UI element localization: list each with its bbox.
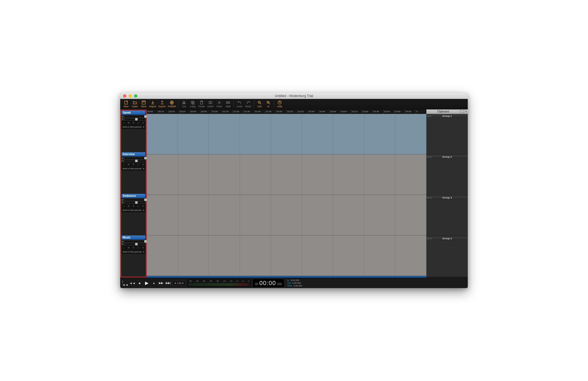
pan-icon: ⦿	[122, 202, 124, 203]
volume-slider[interactable]	[125, 116, 145, 117]
track-name[interactable]: Ambience	[122, 194, 145, 198]
time-ruler[interactable]: 00:0000:1000:2000:3000:4000:5001:0001:10…	[147, 109, 426, 114]
open-button[interactable]: Open	[131, 100, 139, 109]
ruler-mark: 01:50	[265, 109, 276, 114]
export-icon	[160, 100, 164, 105]
clipboard-panel: Clipboard ⛶ × Alt+1Group 1Alt+2Group 2Al…	[426, 109, 468, 278]
ruler-mark: 03:40	[383, 109, 394, 114]
pan-slider[interactable]	[125, 244, 145, 245]
chevron-down-icon: ▾	[143, 167, 144, 170]
svg-rect-1	[142, 101, 145, 104]
clipboard-group[interactable]: Alt+4Group 4	[426, 236, 468, 277]
input-selector[interactable]: Built-in Microphone▾	[122, 125, 145, 129]
volume-slider[interactable]	[125, 199, 145, 200]
track-menu-button[interactable]: ▾	[141, 163, 145, 166]
new-button[interactable]: New	[122, 100, 130, 109]
volume-icon: ◀	[122, 116, 124, 118]
track-lanes[interactable]	[147, 114, 426, 276]
go-to-end-button[interactable]: ▶▶|	[165, 280, 171, 286]
ruler-mark: 00:40	[190, 109, 201, 114]
track-name[interactable]: Speak	[122, 111, 145, 115]
track-lane[interactable]	[147, 114, 426, 154]
in-button[interactable]: In	[264, 100, 272, 109]
pan-slider[interactable]	[125, 119, 145, 120]
copy-button[interactable]: Copy	[189, 100, 197, 109]
go-to-start-button[interactable]: |◄◄	[122, 280, 128, 286]
track-menu-button[interactable]: ▾	[141, 121, 145, 125]
fx-button[interactable]: ↕↑↓	[136, 204, 140, 208]
pan-slider[interactable]	[125, 202, 145, 203]
fx-button[interactable]: ↕↑↓	[136, 163, 140, 166]
chevron-down-icon: ▾	[143, 126, 144, 128]
rewind-button[interactable]: ◄◄	[130, 280, 135, 286]
track-name[interactable]: Interview	[122, 152, 145, 156]
svg-rect-11	[226, 102, 228, 103]
ruler-mark: 02:20	[297, 109, 308, 114]
timeline-scrollbar[interactable]	[147, 276, 426, 278]
clipboard-close-icon[interactable]: ×	[464, 109, 468, 114]
track-menu-button[interactable]: ▾	[141, 246, 145, 249]
record-arm-button[interactable]: ●	[122, 121, 126, 125]
fx-button[interactable]: ↕↑↓	[136, 246, 140, 249]
clipboard-expand-icon[interactable]: ⛶	[460, 109, 464, 114]
transport-bar: |◄◄ ◄◄ ■ ▶ ● ▶▶ ▶▶| ● 1.5x ▾ -50-40-30-2…	[120, 278, 468, 288]
export-button[interactable]: Export	[158, 100, 167, 109]
volume-slider[interactable]	[125, 158, 145, 159]
titlebar[interactable]: Untitled - Hindenburg Trial	[120, 93, 468, 99]
help-button[interactable]: Help	[276, 100, 284, 109]
level-meter: -50-40-30-25-20-15-12-9-6-3	[187, 280, 251, 287]
clipboard-group[interactable]: Alt+1Group 1	[426, 114, 468, 155]
group-name: Group 3	[426, 196, 468, 199]
pan-slider[interactable]	[125, 160, 145, 162]
undo-button[interactable]: Undo	[235, 100, 244, 109]
redo-button[interactable]: Redo	[244, 100, 252, 109]
import-button[interactable]: Import	[148, 100, 157, 109]
fx-button[interactable]: ↕↑↓	[136, 121, 140, 125]
clipboard-group[interactable]: Alt+3Group 3	[426, 195, 468, 236]
solo-button[interactable]: S	[131, 163, 136, 166]
cut-button[interactable]: Cut	[180, 100, 188, 109]
mute-button[interactable]: M	[126, 204, 131, 208]
clear-button[interactable]: Clear	[215, 100, 223, 109]
mute-button[interactable]: M	[126, 121, 131, 125]
ruler-mark: 02:50	[330, 109, 340, 114]
solo-button[interactable]: S	[131, 121, 136, 125]
split-button[interactable]: Split	[224, 100, 232, 109]
volume-slider[interactable]	[125, 241, 145, 242]
track-header: Ambience◀⦿●MS↕↑↓▾Built-in Microphone▾	[121, 194, 146, 235]
time-info: In:0:00.000 Out:0:00.000 Time:0:00.000	[287, 279, 302, 287]
ruler-mark: 01:30	[244, 109, 254, 114]
insert-button[interactable]: Insert	[206, 100, 215, 109]
input-selector[interactable]: Built-in Microphone▾	[122, 167, 145, 170]
track-lane[interactable]	[147, 154, 426, 195]
chevron-down-icon: ▾	[143, 209, 144, 211]
out-button[interactable]: Out	[255, 100, 264, 109]
fast-forward-button[interactable]: ▶▶	[158, 280, 164, 286]
track-lane[interactable]	[147, 235, 426, 276]
track-lane[interactable]	[147, 195, 426, 235]
paste-button[interactable]: Paste	[197, 100, 206, 109]
mute-button[interactable]: M	[126, 246, 131, 249]
record-button[interactable]: ●	[151, 280, 157, 286]
input-selector[interactable]: Built-in Microphone▾	[122, 208, 145, 212]
track-menu-button[interactable]: ▾	[141, 204, 145, 208]
record-arm-button[interactable]: ●	[122, 246, 126, 249]
clipboard-group[interactable]: Alt+2Group 2	[426, 155, 468, 195]
track-header: Music◀⦿●MS↕↑↓▾Built-in Microphone▾	[121, 235, 146, 277]
save-button[interactable]: Save	[140, 100, 148, 109]
stop-button[interactable]: ■	[137, 280, 142, 286]
publish-button[interactable]: Publish	[167, 100, 177, 109]
playback-speed[interactable]: ● 1.5x ▾	[173, 281, 186, 285]
timecode-display: 00: 00:00 .000	[252, 279, 284, 288]
clear-icon	[217, 100, 221, 105]
ruler-mark: 00:50	[201, 109, 211, 114]
record-arm-button[interactable]: ●	[122, 163, 126, 166]
help-icon	[277, 100, 282, 105]
solo-button[interactable]: S	[131, 246, 136, 249]
mute-button[interactable]: M	[126, 163, 131, 166]
track-name[interactable]: Music	[122, 235, 145, 240]
record-arm-button[interactable]: ●	[122, 204, 126, 208]
input-selector[interactable]: Built-in Microphone▾	[122, 250, 145, 254]
solo-button[interactable]: S	[131, 204, 136, 208]
play-button[interactable]: ▶	[144, 280, 149, 286]
